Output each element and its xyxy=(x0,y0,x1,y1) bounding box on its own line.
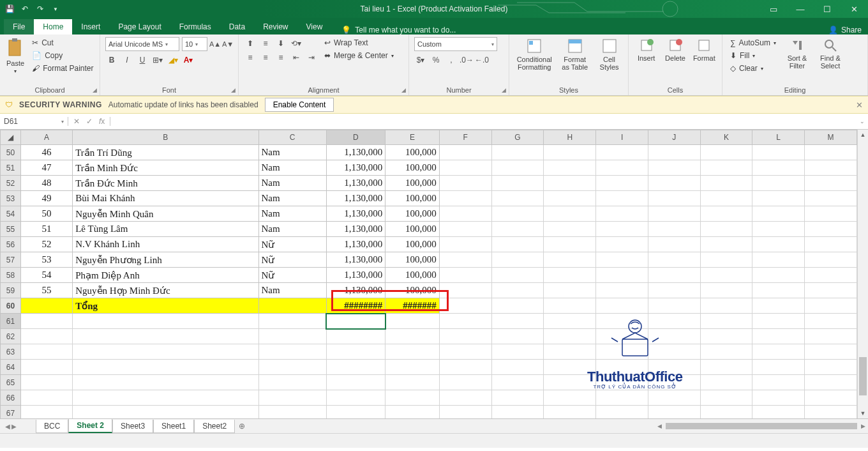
format-as-table-button[interactable]: Format as Table xyxy=(558,37,592,71)
orientation-icon[interactable]: ⟲▾ xyxy=(290,37,303,50)
save-icon[interactable]: 💾 xyxy=(5,4,14,13)
cell[interactable] xyxy=(804,375,857,390)
increase-indent-icon[interactable]: ⇥ xyxy=(305,51,318,64)
cell[interactable] xyxy=(439,390,491,406)
col-header-E[interactable]: E xyxy=(385,130,440,145)
cell[interactable] xyxy=(491,344,544,360)
fill-button[interactable]: ⬇Fill▾ xyxy=(728,50,779,61)
new-sheet-button[interactable]: ⊕ xyxy=(235,420,249,432)
select-all-cell[interactable]: ◢ xyxy=(1,130,21,145)
clear-button[interactable]: ◇Clear▾ xyxy=(728,63,779,74)
col-header-I[interactable]: I xyxy=(596,130,648,145)
cell[interactable] xyxy=(648,406,700,419)
currency-icon[interactable]: $▾ xyxy=(414,54,427,66)
font-color-button[interactable]: A▾ xyxy=(182,54,195,66)
sort-filter-button[interactable]: Sort & Filter xyxy=(782,37,812,70)
cancel-formula-icon[interactable]: ✕ xyxy=(73,117,80,126)
cell[interactable] xyxy=(21,375,73,390)
close-button[interactable]: ✕ xyxy=(846,4,862,14)
sheet-tab-Sheet3[interactable]: Sheet3 xyxy=(112,420,153,433)
fill-color-button[interactable]: ◢▾ xyxy=(167,54,179,66)
cell[interactable] xyxy=(491,314,544,329)
tab-formulas[interactable]: Formulas xyxy=(170,19,220,34)
empty-row[interactable]: 64 xyxy=(1,360,857,375)
align-right-icon[interactable]: ≡ xyxy=(274,51,287,64)
undo-icon[interactable]: ↶ xyxy=(20,4,29,13)
col-header-K[interactable]: K xyxy=(700,130,752,145)
cell[interactable] xyxy=(648,390,700,406)
cell[interactable] xyxy=(700,360,752,375)
cell[interactable] xyxy=(258,360,326,375)
grid[interactable]: ◢ABCDEFGHIJKLM5046Trần Trí DũngNam1,130,… xyxy=(0,130,857,418)
cell[interactable] xyxy=(258,406,326,419)
hscroll-right-icon[interactable]: ▶ xyxy=(861,423,865,429)
col-header-D[interactable]: D xyxy=(326,130,385,145)
table-row[interactable]: 5652N.V Khánh LinhNữ1,130,000100,000 xyxy=(1,237,857,252)
cell[interactable] xyxy=(385,390,440,406)
cell[interactable] xyxy=(73,344,258,360)
cell[interactable] xyxy=(491,390,544,406)
customize-qat-icon[interactable]: ▼ xyxy=(51,4,60,13)
copy-button[interactable]: 📄Copy xyxy=(29,50,96,61)
cell[interactable] xyxy=(700,344,752,360)
find-select-button[interactable]: Find & Select xyxy=(816,37,845,70)
font-name-combo[interactable]: Arial Unicode MS▾ xyxy=(105,37,179,51)
tab-review[interactable]: Review xyxy=(254,19,297,34)
cell[interactable] xyxy=(326,344,385,360)
expand-formula-bar-icon[interactable]: ⌄ xyxy=(857,118,868,125)
increase-decimal-icon[interactable]: .0→ xyxy=(460,54,473,66)
name-box[interactable]: D61▾ xyxy=(0,117,68,126)
empty-row[interactable]: 67 xyxy=(1,406,857,419)
cell[interactable] xyxy=(258,344,326,360)
sheet-tab-BCC[interactable]: BCC xyxy=(36,420,68,433)
prev-sheet-icon[interactable]: ◀ xyxy=(5,423,10,430)
cell[interactable] xyxy=(700,314,752,329)
sheet-tab-Sheet 2[interactable]: Sheet 2 xyxy=(68,419,112,433)
cell[interactable] xyxy=(700,329,752,344)
scroll-thumb[interactable] xyxy=(859,357,867,395)
cell[interactable] xyxy=(804,314,857,329)
cell[interactable] xyxy=(326,314,385,329)
cell[interactable] xyxy=(439,406,491,419)
increase-font-icon[interactable]: A▲ xyxy=(210,39,220,49)
dialog-launcher-icon[interactable]: ◢ xyxy=(502,87,506,93)
col-header-L[interactable]: L xyxy=(752,130,805,145)
cell[interactable] xyxy=(73,406,258,419)
cell[interactable] xyxy=(700,406,752,419)
col-header-F[interactable]: F xyxy=(439,130,491,145)
total-row[interactable]: 60Tổng############### xyxy=(1,298,857,314)
cell[interactable] xyxy=(491,329,544,344)
italic-button[interactable]: I xyxy=(121,54,133,66)
cell[interactable] xyxy=(258,314,326,329)
cell[interactable] xyxy=(73,314,258,329)
cell[interactable] xyxy=(752,344,805,360)
decrease-indent-icon[interactable]: ⇤ xyxy=(290,51,303,64)
comma-icon[interactable]: , xyxy=(445,54,458,66)
scroll-up-icon[interactable]: ▲ xyxy=(858,130,868,140)
cell[interactable] xyxy=(258,390,326,406)
table-row[interactable]: 5854Phạm Diệp AnhNữ1,130,000100,000 xyxy=(1,268,857,283)
cell-styles-button[interactable]: Cell Styles xyxy=(595,37,623,71)
cell[interactable] xyxy=(700,375,752,390)
maximize-button[interactable]: ☐ xyxy=(819,4,835,14)
tab-home[interactable]: Home xyxy=(34,19,72,34)
col-header-C[interactable]: C xyxy=(258,130,326,145)
percent-icon[interactable]: % xyxy=(430,54,442,66)
empty-row[interactable]: 61 xyxy=(1,314,857,329)
empty-row[interactable]: 65 xyxy=(1,375,857,390)
cell[interactable] xyxy=(804,406,857,419)
dialog-launcher-icon[interactable]: ◢ xyxy=(401,87,406,93)
table-row[interactable]: 5551Lê Tùng LâmNam1,130,000100,000 xyxy=(1,222,857,237)
cell[interactable] xyxy=(73,375,258,390)
cell[interactable] xyxy=(752,390,805,406)
decrease-font-icon[interactable]: A▼ xyxy=(223,39,233,49)
cell[interactable] xyxy=(385,360,440,375)
cell[interactable] xyxy=(326,375,385,390)
cell[interactable] xyxy=(700,390,752,406)
autosum-button[interactable]: ∑AutoSum▾ xyxy=(728,37,779,49)
cell[interactable] xyxy=(491,360,544,375)
hscroll-thumb[interactable] xyxy=(666,423,857,429)
col-header-G[interactable]: G xyxy=(491,130,544,145)
cell[interactable] xyxy=(385,314,440,329)
next-sheet-icon[interactable]: ▶ xyxy=(11,423,17,430)
